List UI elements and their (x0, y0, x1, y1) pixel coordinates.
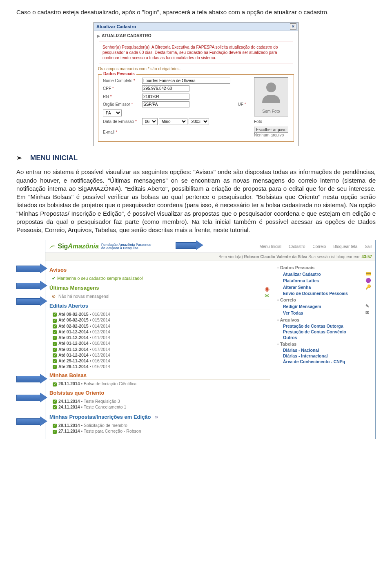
check-badge-icon: ✓ (53, 330, 57, 334)
card-icon: 💳 (365, 271, 371, 277)
top-menu: Menu Inicial Cadastro Correio Bloquear t… (260, 244, 372, 249)
link-prest-outorga[interactable]: Prestação de Contas Outorga (283, 324, 371, 328)
arrow-icon (176, 240, 204, 250)
link-outros[interactable]: Outros (283, 335, 371, 340)
input-cpf[interactable] (142, 85, 189, 92)
arrow-icon (16, 374, 49, 384)
select-dia[interactable]: 06 (142, 118, 158, 125)
check-badge-icon: ✓ (53, 382, 57, 386)
list-item[interactable]: ✓27.11.2014 • Teste para Correção - Robs… (53, 429, 270, 433)
right-head-arquivos: Arquivos (277, 317, 371, 322)
menu-item[interactable]: Correio (312, 244, 326, 249)
svg-point-0 (266, 83, 276, 92)
label-email: E-mail (103, 130, 114, 134)
gmail-icon: ◉ (265, 286, 270, 292)
list-item[interactable]: ✓Até 01-12-2014 • 013/2014 (53, 353, 270, 357)
link-envio-docs[interactable]: Envio de Documentos Pessoais (283, 291, 371, 296)
arrow-icon (16, 393, 49, 402)
list-item[interactable]: ✓Até 02-02-2015 • 014/2014 (53, 324, 270, 328)
check-badge-icon: ✓ (53, 324, 57, 328)
list-item[interactable]: ✓Até 01-12-2014 • 011/2014 (53, 335, 270, 340)
list-item[interactable]: ✓26.11.2014 • Bolsa de Inciação Ciêntifi… (53, 381, 270, 386)
label-data: Data de Emissão (103, 119, 134, 124)
select-mes[interactable]: Maio (159, 118, 187, 125)
choose-file-button[interactable]: Escolher arquivo (254, 127, 288, 133)
link-area-cnpq[interactable]: Área de Conhecimento - CNPq (283, 359, 371, 364)
section-ultimas: Últimas Mensagens (49, 285, 270, 292)
avatar-icon (259, 79, 283, 104)
aviso-line: ✔Mantenha o seu cadastro sempre atualiza… (52, 276, 270, 281)
doc-paragraph-2: Ao entrar no sistema é possível visualiz… (16, 168, 376, 234)
check-badge-icon: ✓ (53, 424, 57, 428)
lattes-icon: 🟣 (365, 278, 371, 284)
fieldset-legend: Dados Pessoais (102, 71, 136, 76)
select-ano[interactable]: 2003 (189, 118, 209, 125)
close-icon[interactable]: ✕ (290, 23, 296, 30)
list-item[interactable]: ✓Até 09-02-2015 • 016/2014 (53, 312, 270, 317)
check-badge-icon: ✓ (53, 405, 57, 409)
link-diarias-internacional[interactable]: Diárias - Internacional (283, 353, 371, 358)
menu-item[interactable]: Bloquear tela (333, 244, 357, 249)
link-diarias-nacional[interactable]: Diárias - Nacional (283, 348, 371, 353)
dialog-title-text: Atualizar Cadastro (96, 24, 136, 29)
list-item[interactable]: ✓28.11.2014 • Solicitação de membro (53, 423, 270, 428)
check-badge-icon: ✓ (53, 348, 57, 352)
pencil-icon: ✎ (365, 304, 371, 309)
list-item[interactable]: ✓Até 29-11-2014 • 016/2014 (53, 358, 270, 363)
inset-sigamazonia-wrap: SigAmazônia Fundação Amazônia Paraense d… (16, 240, 376, 439)
input-orgao[interactable] (142, 101, 189, 107)
link-prest-convenio[interactable]: Prestação de Contas Convênio (283, 329, 371, 334)
mail-icon: ✉ (365, 310, 371, 316)
photo-text: Sem Foto (254, 109, 288, 114)
link-alterar-senha[interactable]: Alterar Senha🔑 (283, 284, 371, 290)
check-badge-icon: ✓ (53, 359, 57, 363)
right-head-tabelas: Tabelas (277, 342, 371, 346)
select-uf[interactable]: PA (103, 109, 122, 116)
list-item[interactable]: ✓24.11.2014 • Teste Requisição 3 (53, 399, 270, 404)
list-item[interactable]: ✓Até 01-12-2014 • 017/2014 (53, 347, 270, 352)
list-item[interactable]: ✓Até 01-12-2014 • 012/2014 (53, 329, 270, 334)
more-icon[interactable]: » (155, 413, 158, 420)
list-item[interactable]: ✓Até 29-11-2014 • 016/2014 (53, 364, 270, 369)
label-cpf: CPF (103, 86, 111, 91)
fieldset-dados-pessoais: Dados Pessoais Nome Completo * Sem Foto … (98, 74, 294, 142)
x-icon: ⊘ (52, 294, 56, 299)
inset-atualizar-cadastro: Atualizar Cadastro ✕ ATUALIZAR CADASTRO … (94, 22, 298, 146)
inset-sigamazonia: SigAmazônia Fundação Amazônia Paraense d… (45, 240, 376, 439)
label-foto: Foto (253, 117, 290, 126)
menu-item[interactable]: Sair (365, 244, 372, 249)
list-item[interactable]: ✓24.11.2014 • Teste Cancelamento 1 (53, 404, 270, 409)
arrow-icon (16, 264, 49, 273)
check-badge-icon: ✓ (53, 430, 57, 434)
arrow-icon (16, 281, 49, 290)
key-icon: 🔑 (365, 284, 371, 290)
link-redigir[interactable]: Redigir Mensagem✎ (283, 304, 371, 309)
input-nome[interactable] (142, 78, 230, 84)
brand-logo: SigAmazônia (49, 243, 99, 250)
list-item[interactable]: ✓Até 01-12-2014 • 018/2014 (53, 341, 270, 346)
right-head-dados: Dados Pessoais (277, 265, 371, 270)
section-editais: Editais Abertos (49, 303, 270, 310)
warning-box: Senhor(a) Pesquisador(a): A Diretoria Ex… (99, 42, 293, 63)
left-column: Avisos ✔Mantenha o seu cadastro sempre a… (49, 264, 270, 434)
dialog-title: Atualizar Cadastro ✕ (94, 22, 298, 31)
input-rg[interactable] (142, 94, 189, 100)
menu-item[interactable]: Cadastro (289, 244, 305, 249)
check-badge-icon: ✓ (53, 365, 57, 369)
label-orgao: Orgão Emissor (103, 102, 130, 107)
link-ver-todas[interactable]: Ver Todas✉ (283, 310, 371, 316)
arrow-icon (16, 416, 49, 426)
menu-item[interactable]: Menu Inicial (260, 244, 281, 249)
check-icon: ✔ (52, 276, 56, 281)
brand-subtitle: Fundação Amazônia Paraense de Amparo à P… (101, 243, 151, 250)
section-propostas: Minhas Propostas/Inscrições em Edição » (49, 413, 270, 421)
arrow-icon (16, 296, 49, 306)
topbar: SigAmazônia Fundação Amazônia Paraense d… (45, 240, 375, 253)
link-atualizar-cadastro[interactable]: Atualizar Cadastro💳 (283, 271, 371, 277)
photo-placeholder: Sem Foto (254, 77, 288, 116)
no-file-text: Nenhum arquivo (254, 133, 284, 137)
check-badge-icon: ✓ (53, 319, 57, 323)
right-head-correio: Correio (277, 297, 371, 302)
link-lattes[interactable]: Plataforma Lattes🟣 (283, 278, 371, 284)
list-item[interactable]: ✓Até 06-02-2015 • 015/2014 (53, 317, 270, 322)
